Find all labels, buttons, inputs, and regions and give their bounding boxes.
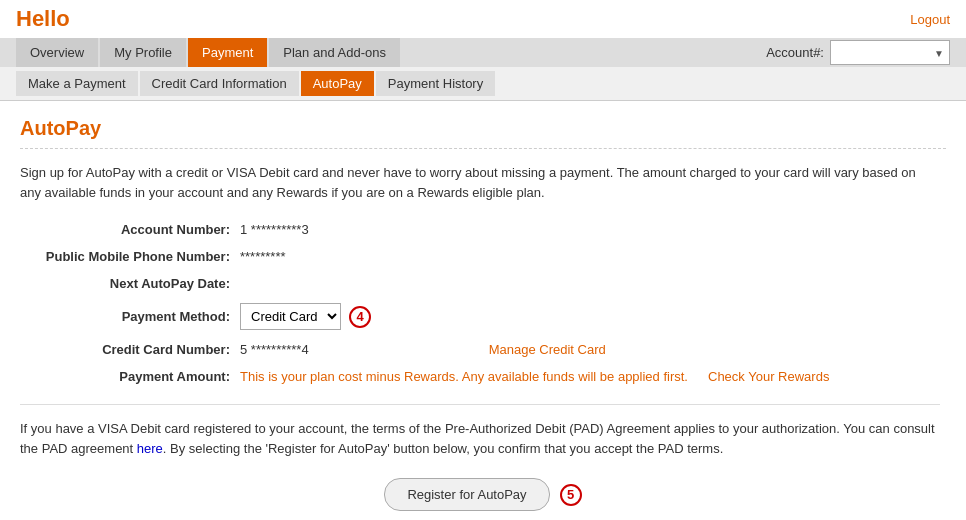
sub-tab-credit-card-info[interactable]: Credit Card Information bbox=[140, 71, 299, 96]
page-title: AutoPay bbox=[20, 117, 946, 149]
autopay-form: Account Number: 1 **********3 Public Mob… bbox=[20, 222, 946, 384]
sub-tab-payment-history[interactable]: Payment History bbox=[376, 71, 495, 96]
nav-tab-overview[interactable]: Overview bbox=[16, 38, 98, 67]
secondary-nav: Make a Payment Credit Card Information A… bbox=[0, 67, 966, 101]
primary-nav: Overview My Profile Payment Plan and Add… bbox=[0, 38, 966, 67]
top-bar: Hello Logout bbox=[0, 0, 966, 38]
hello-text: Hello bbox=[16, 6, 70, 32]
payment-amount-area: This is your plan cost minus Rewards. An… bbox=[240, 369, 829, 384]
manage-credit-card-link[interactable]: Manage Credit Card bbox=[489, 342, 606, 357]
register-section: Register for AutoPay 5 bbox=[20, 478, 946, 511]
credit-card-number-row: Credit Card Number: 5 **********4 Manage… bbox=[20, 342, 946, 357]
credit-card-number-label: Credit Card Number: bbox=[20, 342, 240, 357]
account-number-value: 1 **********3 bbox=[240, 222, 309, 237]
account-select-wrapper bbox=[830, 40, 950, 65]
phone-label: Public Mobile Phone Number: bbox=[20, 249, 240, 264]
pad-text-2: . By selecting the 'Register for AutoPay… bbox=[163, 441, 723, 456]
autopay-date-row: Next AutoPay Date: bbox=[20, 276, 946, 291]
phone-value: ********* bbox=[240, 249, 286, 264]
register-autopay-button[interactable]: Register for AutoPay bbox=[384, 478, 549, 511]
page-content: AutoPay Sign up for AutoPay with a credi… bbox=[0, 101, 966, 520]
account-select[interactable] bbox=[830, 40, 950, 65]
payment-method-badge: 4 bbox=[349, 306, 371, 328]
page-description: Sign up for AutoPay with a credit or VIS… bbox=[20, 163, 940, 202]
nav-tab-my-profile[interactable]: My Profile bbox=[100, 38, 186, 67]
logout-link[interactable]: Logout bbox=[910, 12, 950, 27]
credit-card-number-value: 5 **********4 bbox=[240, 342, 309, 357]
payment-amount-text: This is your plan cost minus Rewards. An… bbox=[240, 369, 688, 384]
pad-section: If you have a VISA Debit card registered… bbox=[20, 404, 940, 458]
autopay-date-label: Next AutoPay Date: bbox=[20, 276, 240, 291]
payment-amount-row: Payment Amount: This is your plan cost m… bbox=[20, 369, 946, 384]
phone-number-row: Public Mobile Phone Number: ********* bbox=[20, 249, 946, 264]
payment-amount-label: Payment Amount: bbox=[20, 369, 240, 384]
register-badge: 5 bbox=[560, 484, 582, 506]
pad-here-link[interactable]: here bbox=[137, 441, 163, 456]
payment-method-row: Payment Method: Credit Card VISA Debit 4 bbox=[20, 303, 946, 330]
payment-method-select[interactable]: Credit Card VISA Debit bbox=[240, 303, 341, 330]
sub-tab-make-payment[interactable]: Make a Payment bbox=[16, 71, 138, 96]
sub-tab-autopay[interactable]: AutoPay bbox=[301, 71, 374, 96]
account-number-row: Account Number: 1 **********3 bbox=[20, 222, 946, 237]
check-rewards-link[interactable]: Check Your Rewards bbox=[708, 369, 829, 384]
primary-nav-tabs: Overview My Profile Payment Plan and Add… bbox=[16, 38, 400, 67]
account-label: Account#: bbox=[766, 45, 824, 60]
payment-method-controls: Credit Card VISA Debit 4 bbox=[240, 303, 371, 330]
payment-method-label: Payment Method: bbox=[20, 309, 240, 324]
nav-tab-payment[interactable]: Payment bbox=[188, 38, 267, 67]
nav-tab-plan-addons[interactable]: Plan and Add-ons bbox=[269, 38, 400, 67]
account-selector-area: Account#: bbox=[766, 40, 950, 65]
account-number-label: Account Number: bbox=[20, 222, 240, 237]
